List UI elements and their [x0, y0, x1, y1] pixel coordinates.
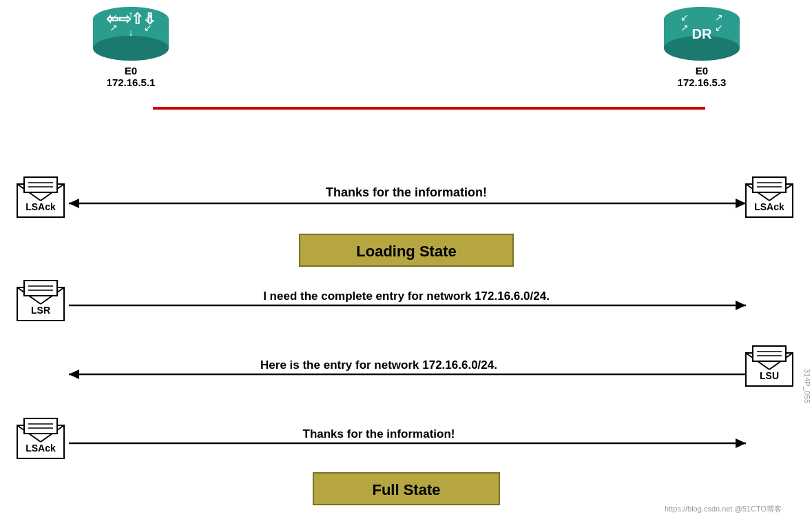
svg-rect-61 [24, 418, 57, 434]
svg-text:LSU: LSU [760, 370, 779, 381]
lsack-right-1: LSAck [746, 177, 793, 217]
router-right: DR ↙ ↗ ↗ ↙ E0 172.16.5.3 [660, 7, 743, 88]
svg-line-27 [769, 184, 793, 201]
svg-marker-34 [736, 199, 746, 208]
svg-marker-33 [69, 199, 79, 208]
svg-marker-56 [69, 369, 79, 379]
svg-marker-66 [736, 438, 746, 448]
svg-text:↗: ↗ [715, 12, 723, 23]
svg-text:https://blog.csdn.net @51CTO博客: https://blog.csdn.net @51CTO博客 [665, 505, 782, 513]
svg-text:↑: ↑ [129, 9, 134, 20]
lsu-packet: LSU [746, 346, 793, 386]
svg-line-59 [17, 425, 41, 442]
svg-text:LSAck: LSAck [25, 201, 56, 212]
router-left: ⇦⇨⇧⇩ ↙ ↗ ↗ ↙ ↑ ↓ E0 172.16.5.1 [90, 7, 172, 88]
router-right-info: E0 172.16.5.3 [678, 65, 727, 88]
svg-text:DR: DR [692, 26, 712, 41]
connection-line [153, 107, 705, 110]
lsr-packet: LSR [17, 281, 64, 321]
svg-text:Full State: Full State [372, 481, 440, 498]
svg-rect-28 [753, 177, 786, 192]
svg-text:Thanks for the information!: Thanks for the information! [326, 185, 487, 199]
diagram: ⇦⇨⇧⇩ ↙ ↗ ↗ ↙ ↑ ↓ E0 172.16.5.1 [0, 0, 812, 517]
lsack-left-2: LSAck [17, 418, 64, 458]
svg-text:Loading State: Loading State [356, 243, 456, 260]
svg-text:↙: ↙ [680, 12, 689, 23]
svg-text:↙: ↙ [144, 22, 152, 33]
svg-rect-36 [300, 234, 513, 266]
svg-text:↗: ↗ [110, 22, 118, 33]
svg-rect-68 [313, 473, 499, 505]
svg-line-39 [17, 287, 41, 304]
svg-marker-46 [736, 301, 746, 310]
router-left-shape: ⇦⇨⇧⇩ ↙ ↗ ↗ ↙ ↑ ↓ [90, 7, 172, 62]
svg-line-19 [17, 184, 41, 201]
svg-text:LSAck: LSAck [25, 443, 56, 454]
svg-text:↗: ↗ [680, 22, 689, 33]
router-right-ip: 172.16.5.3 [678, 77, 727, 88]
svg-rect-18 [17, 184, 64, 217]
svg-text:↓: ↓ [129, 27, 134, 38]
svg-text:↙: ↙ [110, 12, 118, 23]
svg-text:Thanks for the information!: Thanks for the information! [303, 427, 455, 440]
svg-text:314P_055: 314P_055 [803, 369, 811, 403]
router-right-port: E0 [696, 65, 708, 77]
svg-text:LSR: LSR [31, 305, 50, 316]
svg-rect-41 [24, 281, 57, 296]
svg-line-20 [41, 184, 64, 201]
svg-text:↙: ↙ [715, 22, 723, 33]
svg-rect-58 [17, 425, 64, 458]
svg-line-50 [769, 353, 793, 369]
router-left-port: E0 [125, 65, 137, 77]
svg-rect-38 [17, 287, 64, 321]
svg-text:LSAck: LSAck [754, 201, 784, 212]
router-right-shape: DR ↙ ↗ ↗ ↙ [660, 7, 743, 62]
svg-text:↗: ↗ [144, 12, 152, 23]
svg-line-40 [41, 287, 64, 304]
svg-text:I need the complete entry for : I need the complete entry for network 17… [263, 290, 550, 303]
svg-line-49 [746, 353, 769, 369]
svg-rect-51 [753, 346, 786, 361]
svg-point-2 [93, 36, 169, 61]
router-left-ip: 172.16.5.1 [107, 77, 156, 88]
lsack-left-1: LSAck [17, 177, 64, 217]
svg-rect-21 [24, 177, 57, 192]
svg-rect-25 [746, 184, 793, 217]
svg-line-60 [41, 425, 64, 442]
svg-line-26 [746, 184, 769, 201]
svg-text:Here is the entry for network : Here is the entry for network 172.16.6.0… [260, 358, 497, 372]
svg-rect-48 [746, 353, 793, 386]
router-left-info: E0 172.16.5.1 [107, 65, 156, 88]
